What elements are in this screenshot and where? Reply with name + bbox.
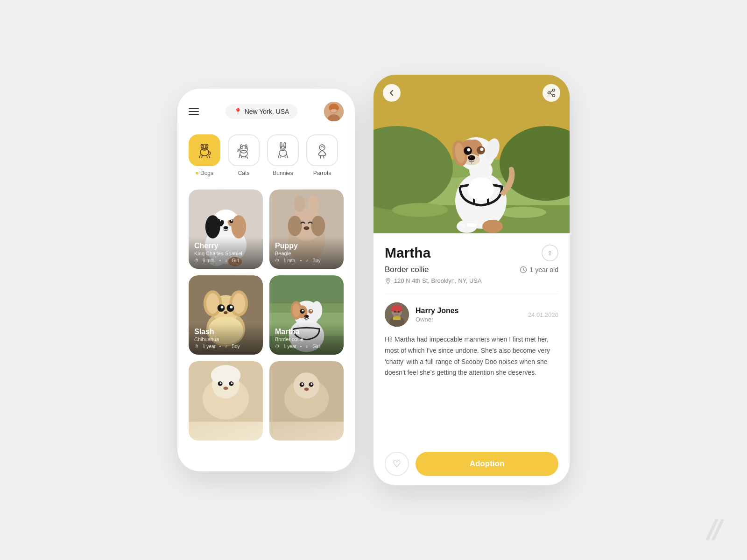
pet-card-6[interactable] (269, 361, 344, 441)
gender-icon: ♀ (225, 258, 228, 263)
svg-point-150 (553, 95, 555, 97)
svg-line-152 (550, 91, 552, 92)
pet-breed: Beagle (275, 251, 338, 256)
bunnies-icon-wrap (267, 134, 299, 166)
svg-point-21 (245, 148, 246, 149)
svg-point-95 (311, 301, 322, 320)
svg-point-124 (392, 203, 448, 217)
svg-line-37 (281, 156, 281, 158)
breed-row: Border collie 1 year old (385, 265, 558, 274)
svg-point-71 (304, 226, 310, 230)
pet-name: Martha (275, 327, 338, 336)
svg-point-104 (211, 365, 241, 385)
svg-line-13 (199, 155, 200, 158)
pet-meta: ⏱ 1 year ♀ Girl (275, 344, 338, 349)
separator (300, 260, 302, 261)
pet-card-cherry[interactable]: Cherry King Charles Spaniel ⏱ 8 mth. ♀ G… (189, 189, 263, 269)
svg-point-85 (224, 311, 228, 314)
pet-description: Hi! Martha had impeccable manners when I… (385, 334, 558, 442)
svg-line-26 (239, 154, 240, 158)
gender-icon: ♂ (225, 344, 228, 349)
svg-point-35 (282, 149, 283, 150)
gender-icon: ♀ (305, 344, 309, 349)
svg-point-142 (468, 155, 475, 161)
pet-card-slash[interactable]: Slash Chihuahua ⏱ 1 year ♂ Boy (189, 275, 263, 355)
pet-card-martha[interactable]: Martha Border collie ⏱ 1 year ♀ Girl (269, 275, 344, 355)
svg-point-69 (288, 216, 302, 236)
back-button[interactable] (383, 84, 401, 102)
watermark: // (706, 514, 720, 546)
svg-point-146 (482, 220, 503, 233)
svg-point-112 (294, 372, 320, 399)
svg-point-83 (221, 306, 224, 308)
svg-point-61 (231, 220, 233, 222)
category-bunnies[interactable]: Bunnies (267, 134, 299, 176)
dogs-label: Dogs (196, 170, 213, 176)
svg-point-147 (468, 177, 494, 201)
location-text: 120 N 4th St, Brooklyn, NY, USA (394, 277, 482, 284)
pet-name-large: Martha (385, 245, 430, 261)
svg-line-28 (246, 156, 246, 158)
pet-age: 1 year old (520, 266, 558, 273)
svg-line-36 (278, 154, 279, 158)
svg-point-40 (319, 145, 325, 150)
svg-line-151 (550, 93, 552, 95)
adoption-button[interactable]: Adoption (416, 452, 558, 476)
svg-point-84 (230, 306, 233, 308)
svg-line-45 (320, 156, 321, 158)
svg-point-116 (310, 383, 312, 385)
pet-card-info-puppy: Puppy Beagle ⏱ 1 mth. ♂ Boy (269, 237, 344, 269)
top-bar: 📍 New York, USA (189, 102, 344, 121)
svg-point-41 (321, 147, 322, 148)
pet-name: Puppy (275, 241, 338, 250)
favorite-button[interactable]: ♡ (385, 452, 409, 476)
pet-card-5[interactable] (189, 361, 263, 441)
pet-age: 1 year (203, 344, 216, 349)
category-cats[interactable]: Cats (228, 134, 260, 176)
gender-icon: ♂ (305, 258, 309, 263)
svg-point-159 (394, 311, 396, 313)
detail-content: Martha ♀ Border collie 1 year old (374, 233, 570, 485)
svg-point-20 (242, 148, 243, 149)
category-parrots[interactable]: Parrots (306, 134, 338, 176)
age-icon: ⏱ (275, 258, 280, 263)
separator (300, 346, 302, 347)
separator (219, 346, 221, 347)
cats-icon-wrap (228, 134, 260, 166)
owner-info: Harry Jones Owner (416, 307, 521, 323)
svg-point-5 (329, 105, 332, 110)
svg-point-65 (217, 210, 235, 221)
pet-card-info-cherry: Cherry King Charles Spaniel ⏱ 8 mth. ♀ G… (189, 237, 263, 269)
parrots-icon-wrap (306, 134, 338, 166)
svg-point-140 (469, 149, 470, 151)
hero-image (374, 75, 570, 233)
bottom-actions: ♡ Adoption (385, 452, 558, 476)
category-list: Dogs (189, 134, 344, 176)
location-pin-icon: 📍 (234, 108, 242, 115)
gender-badge: ♀ (542, 245, 558, 261)
owner-avatar (385, 302, 409, 327)
svg-point-55 (231, 215, 246, 238)
pet-name: Slash (194, 327, 257, 336)
pet-card-puppy[interactable]: Puppy Beagle ⏱ 1 mth. ♂ Boy (269, 189, 344, 269)
svg-point-17 (240, 146, 247, 153)
pet-gender: Girl (312, 344, 320, 349)
detail-screen: Martha ♀ Border collie 1 year old (374, 75, 570, 485)
svg-point-11 (203, 147, 204, 148)
svg-point-6 (335, 105, 339, 110)
owner-row: Harry Jones Owner 24.01.2020 (385, 302, 558, 327)
svg-line-39 (287, 154, 288, 158)
pet-breed: Chihuahua (194, 336, 257, 342)
location-selector[interactable]: 📍 New York, USA (226, 104, 298, 119)
category-dogs[interactable]: Dogs (189, 134, 220, 176)
svg-point-54 (205, 215, 220, 238)
svg-point-115 (302, 383, 303, 385)
separator (219, 260, 221, 261)
share-button[interactable] (543, 84, 560, 102)
clock-icon (520, 266, 527, 273)
svg-point-73 (308, 195, 319, 212)
parrots-label: Parrots (313, 170, 331, 176)
menu-button[interactable] (189, 108, 199, 115)
dot-2 (467, 224, 476, 227)
user-avatar[interactable] (324, 102, 344, 121)
